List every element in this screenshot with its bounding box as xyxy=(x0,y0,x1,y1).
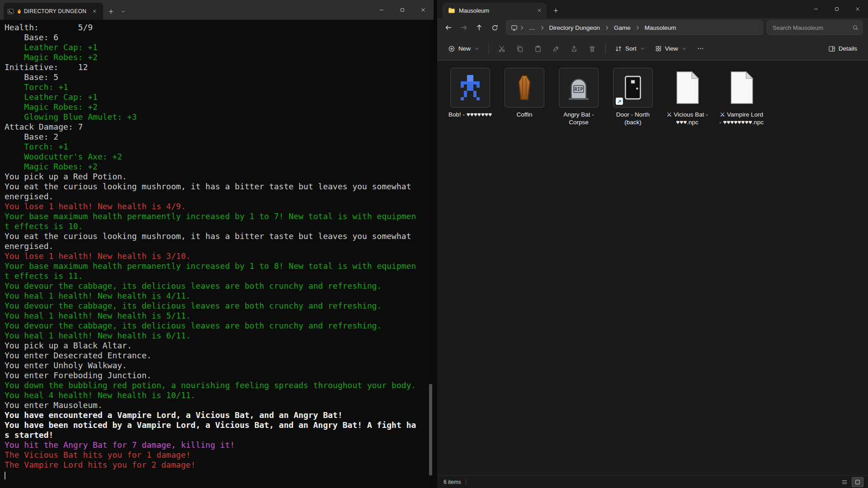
up-button[interactable] xyxy=(472,20,487,35)
terminal-icon xyxy=(7,8,14,15)
tab-close-button[interactable] xyxy=(535,6,544,15)
terminal-line: Your base maximum health permanently inc… xyxy=(5,261,427,271)
file-bob[interactable]: Bob! - ♥♥♥♥♥♥♥ xyxy=(446,68,494,118)
view-button[interactable]: View xyxy=(651,41,691,57)
cut-button[interactable] xyxy=(493,41,510,57)
terminal-line: You lose 1 health! New health is 4/9. xyxy=(5,202,427,211)
terminal-line: You heal 4 health! New health is 10/11. xyxy=(5,390,427,400)
terminal-window: DIRECTORY DUNGEON xyxy=(0,0,434,488)
sort-button-label: Sort xyxy=(625,45,637,52)
terminal-line: You eat the curious looking mushroom, it… xyxy=(5,231,427,241)
explorer-window-controls xyxy=(806,0,868,18)
terminal-line: You devour the cabbage, its delicious le… xyxy=(5,281,427,291)
terminal-line: You pick up a Black Altar. xyxy=(5,341,427,351)
terminal-tab-title-wrap: DIRECTORY DUNGEON xyxy=(17,8,87,14)
rename-button[interactable] xyxy=(547,41,565,57)
terminal-line: Magic Robes: +2 xyxy=(5,52,427,62)
terminal-line: energised. xyxy=(5,192,427,202)
new-tab-button[interactable] xyxy=(104,5,118,18)
maximize-button[interactable] xyxy=(392,0,413,20)
forward-button[interactable] xyxy=(456,20,472,35)
details-view-toggle[interactable] xyxy=(839,477,850,487)
file-label: Coffin xyxy=(516,111,532,118)
copy-button[interactable] xyxy=(511,41,528,57)
paste-button[interactable] xyxy=(529,41,547,57)
terminal-line: Leather Cap: +1 xyxy=(5,92,427,102)
details-button[interactable]: Details xyxy=(824,41,862,57)
details-button-label: Details xyxy=(839,45,857,52)
delete-button[interactable] xyxy=(584,41,601,57)
terminal-line: energised. xyxy=(5,241,427,251)
monitor-icon xyxy=(511,24,518,31)
terminal-tab-bar: DIRECTORY DUNGEON xyxy=(0,0,434,20)
breadcrumb-item-2[interactable]: Game xyxy=(611,23,633,32)
pixel-person-icon xyxy=(450,68,490,108)
folder-icon xyxy=(448,7,455,14)
file-grid[interactable]: Bob! - ♥♥♥♥♥♥♥CoffinRIPAngry Bat - Corps… xyxy=(437,61,868,475)
tab-close-button[interactable] xyxy=(90,6,99,16)
terminal-tab[interactable]: DIRECTORY DUNGEON xyxy=(4,3,103,20)
view-toggles xyxy=(839,477,863,487)
terminal-scrollbar-thumb[interactable] xyxy=(429,384,432,475)
chevron-down-icon xyxy=(640,46,645,51)
file-vampire-lord-npc[interactable]: ⚔ Vampire Lord - ♥♥♥♥♥♥♥♥.npc xyxy=(717,68,765,126)
file-vicious-bat-npc[interactable]: ⚔ Vicious Bat - ♥♥♥.npc xyxy=(663,68,711,126)
explorer-tab[interactable]: Mausoleum xyxy=(443,3,547,18)
breadcrumb-item-3[interactable]: Mausoleum xyxy=(642,23,679,32)
terminal-cursor xyxy=(5,472,5,479)
file-door-north-back[interactable]: Door - North (back) xyxy=(609,68,657,126)
svg-text:RIP: RIP xyxy=(575,86,583,92)
status-separator xyxy=(466,479,466,485)
new-button[interactable]: New xyxy=(443,41,484,57)
terminal-line: You lose 1 health! New health is 3/10. xyxy=(5,251,427,261)
flame-icon xyxy=(17,9,22,14)
search-input[interactable] xyxy=(773,24,852,31)
file-label: Angry Bat - Corpse xyxy=(555,111,602,126)
terminal-output: Health: 5/9 Base: 6 Leather Cap: +1 Magi… xyxy=(5,23,427,480)
desktop: DIRECTORY DUNGEON xyxy=(0,0,868,488)
view-button-label: View xyxy=(665,45,678,52)
new-tab-button[interactable] xyxy=(549,4,562,17)
terminal-line: Base: 6 xyxy=(5,33,427,42)
more-options-button[interactable] xyxy=(692,41,709,57)
terminal-line: t effects is 10. xyxy=(5,221,427,231)
chevron-right-icon xyxy=(539,25,545,31)
explorer-title-bar: Mausoleum xyxy=(437,0,868,18)
terminal-line: You heal 1 health! New health is 5/11. xyxy=(5,311,427,321)
coffin-icon xyxy=(505,68,544,108)
breadcrumb-item-1[interactable]: Directory Dungeon xyxy=(547,23,603,32)
document-icon xyxy=(667,68,707,108)
terminal-line: You heal 1 health! New health is 4/11. xyxy=(5,291,427,301)
terminal-line: You enter Mausoleum. xyxy=(5,400,427,410)
breadcrumb-item-0[interactable]: … xyxy=(526,23,538,32)
file-coffin[interactable]: Coffin xyxy=(500,68,548,118)
tab-dropdown-button[interactable] xyxy=(118,5,128,18)
large-icons-view-toggle[interactable] xyxy=(852,477,863,487)
share-button[interactable] xyxy=(566,41,583,57)
close-button[interactable] xyxy=(847,0,868,18)
terminal-line: The Vicious Bat hits you for 1 damage! xyxy=(5,450,427,460)
shortcut-arrow-icon xyxy=(616,98,623,105)
terminal-viewport[interactable]: Health: 5/9 Base: 6 Leather Cap: +1 Magi… xyxy=(0,20,434,488)
terminal-line: You enter Foreboding Junction. xyxy=(5,371,427,380)
minimize-button[interactable] xyxy=(371,0,392,20)
close-button[interactable] xyxy=(413,0,434,20)
breadcrumb[interactable]: …Directory DungeonGameMausoleum xyxy=(506,20,763,35)
refresh-button[interactable] xyxy=(487,20,502,35)
file-label: ⚔ Vicious Bat - ♥♥♥.npc xyxy=(664,111,711,126)
sort-button[interactable]: Sort xyxy=(610,41,650,57)
terminal-line: You enter Desecrated Entrance. xyxy=(5,351,427,361)
back-button[interactable] xyxy=(441,20,456,35)
search-box[interactable] xyxy=(767,20,863,35)
terminal-line: You hit the Angry Bat for 7 damage, kill… xyxy=(5,440,427,450)
explorer-tab-title: Mausoleum xyxy=(459,7,531,14)
terminal-line: s started! xyxy=(5,430,427,440)
file-angry-bat-corpse[interactable]: RIPAngry Bat - Corpse xyxy=(555,68,603,126)
maximize-button[interactable] xyxy=(826,0,847,18)
terminal-line: You pick up a Red Potion. xyxy=(5,172,427,182)
terminal-line: Torch: +1 xyxy=(5,82,427,92)
chevron-down-icon xyxy=(474,46,479,51)
toolbar-separator xyxy=(488,43,489,54)
terminal-line: Base: 5 xyxy=(5,72,427,82)
minimize-button[interactable] xyxy=(806,0,826,18)
